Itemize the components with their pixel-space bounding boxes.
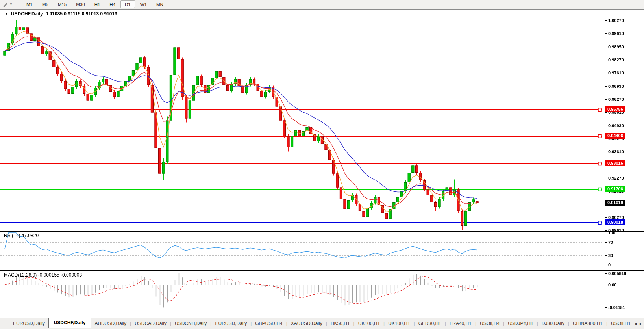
rsi-axis-label: 70 [608, 240, 613, 245]
timeframe-button-m1[interactable]: M1 [22, 0, 37, 8]
chart-tab-usdchf-daily[interactable]: USDCHF,Daily [48, 318, 91, 328]
chart-title: ▼ USDCHF,Daily 0.91085 0.91115 0.91013 0… [5, 11, 117, 17]
macd-axis-label: 0.005818 [608, 271, 626, 276]
chart-tab-bar: EURUSD,DailyUSDCHF,DailyAUDUSD,Daily|USD… [0, 318, 644, 329]
date-axis[interactable]: 20 Nov 20199 Dec 201927 Dec 201915 Jan 2… [0, 310, 644, 318]
chart-menu-icon[interactable]: ▼ [5, 12, 8, 16]
chart-tab-usoil-h1[interactable]: USOil,H1 [607, 319, 634, 328]
tab-scroll-arrows: ◂ ▸ [632, 318, 644, 329]
timeframe-button-mn[interactable]: MN [152, 0, 168, 8]
timeframe-toolbar: ▼ M1M5M15M30H1H4D1W1MN [0, 0, 644, 9]
price-tick-label: 0.99610 [608, 31, 624, 36]
timeframe-button-w1[interactable]: W1 [136, 0, 151, 8]
chart-tab-xauusd-daily[interactable]: XAUUSD,Daily [287, 319, 326, 328]
price-tick-label: 0.92270 [608, 176, 624, 181]
level-price-badge: 0.94406 [605, 133, 625, 139]
timeframe-button-h4[interactable]: H4 [105, 0, 120, 8]
chart-tab-ger30-h1[interactable]: GER30,H1 [415, 319, 445, 328]
chart-tab-eurusd-daily[interactable]: EURUSD,Daily [211, 319, 250, 328]
chart-tab-uk100-h1[interactable]: UK100,H1 [355, 319, 383, 328]
level-price-badge: 0.90018 [605, 219, 625, 225]
macd-axis-label: 0.00 [608, 283, 616, 288]
timeframe-button-m30[interactable]: M30 [72, 0, 89, 8]
chart-tab-usdcad-daily[interactable]: USDCAD,Daily [131, 319, 170, 328]
rsi-indicator-label: RSI(14) 47.9820 [4, 233, 39, 238]
price-tick-label: 0.93610 [608, 149, 624, 154]
toolbar-grip[interactable] [17, 2, 19, 7]
chart-tab-usdcnh-daily[interactable]: USDCNH,Daily [171, 319, 210, 328]
toolbar-separator [170, 1, 170, 8]
chart-symbol-label: USDCHF,Daily [11, 11, 43, 17]
price-tick-label: 1.00270 [608, 18, 624, 23]
chart-tab-uk100-h1[interactable]: UK100,H1 [385, 319, 413, 328]
price-tick-label: 0.94930 [608, 123, 624, 128]
cursor-tool-button[interactable]: ▼ [0, 2, 15, 7]
timeframe-button-h1[interactable]: H1 [90, 0, 105, 8]
tab-scroll-right-button[interactable]: ▸ [640, 322, 642, 326]
timeframe-buttons: M1M5M15M30H1H4D1W1MN [22, 0, 168, 8]
trading-terminal: { "colors":{ "up_candle":"#00c80a","up_b… [0, 0, 644, 329]
tab-scroll-left-button[interactable]: ◂ [635, 322, 637, 326]
price-tick-label: 0.96930 [608, 84, 624, 89]
price-tick-label: 0.98950 [608, 45, 624, 50]
rsi-axis-label: 100 [608, 230, 615, 236]
level-price-badge: 0.91706 [605, 186, 625, 192]
chart-tab-hk50-h1[interactable]: HK50,H1 [327, 319, 353, 328]
timeframe-button-d1[interactable]: D1 [120, 0, 135, 8]
timeframe-button-m15[interactable]: M15 [54, 0, 71, 8]
cursor-tool-icon [2, 2, 9, 7]
chart-tab-usoil-h4[interactable]: USOil,H4 [476, 319, 503, 328]
rsi-axis-label: 0 [608, 262, 611, 268]
rsi-axis-label: 30 [608, 253, 613, 258]
chart-tab-usdjpy-h1[interactable]: USDJPY,H1 [504, 319, 537, 328]
chart-tab-fra40-h1[interactable]: FRA40,H1 [446, 319, 475, 328]
price-tick-label: 0.97610 [608, 71, 624, 76]
timeframe-button-m5[interactable]: M5 [38, 0, 53, 8]
chart-tab-eurusd-daily[interactable]: EURUSD,Daily [9, 319, 48, 328]
macd-axis-label: -0.01151 [608, 305, 625, 310]
chart-tab-gbpusd-h4[interactable]: GBPUSD,H4 [252, 319, 286, 328]
chart-tab-china300-h1[interactable]: CHINA300,H1 [569, 319, 606, 328]
macd-indicator-label: MACD(12,26,9) -0.000155 -0.000003 [4, 272, 82, 278]
chart-tab-audusd-daily[interactable]: AUDUSD,Daily [91, 319, 130, 328]
chart-ohlc-values: 0.91085 0.91115 0.91013 0.91019 [46, 11, 117, 17]
level-price-badge: 0.91019 [605, 200, 625, 206]
level-price-badge: 0.95756 [605, 106, 625, 112]
dropdown-caret-icon[interactable]: ▼ [9, 3, 13, 6]
price-chart-canvas[interactable] [0, 9, 644, 310]
level-price-badge: 0.93016 [605, 160, 625, 166]
price-tick-label: 0.96270 [608, 97, 624, 102]
chart-tab-dj30-daily[interactable]: DJ30,Daily [538, 319, 568, 328]
price-tick-label: 0.98270 [608, 58, 624, 63]
